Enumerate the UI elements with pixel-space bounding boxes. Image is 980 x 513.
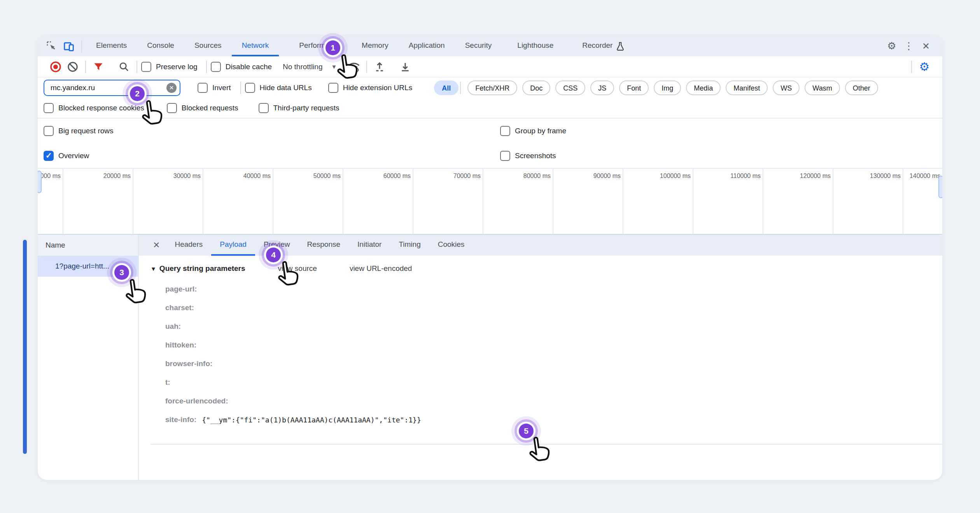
tick-label: 100000 ms bbox=[660, 173, 691, 180]
tab-sources[interactable]: Sources bbox=[184, 36, 232, 56]
screenshots-control[interactable]: Screenshots bbox=[500, 151, 556, 161]
blocked-response-cookies-label: Blocked response cookies bbox=[58, 104, 144, 112]
detail-tab-cookies[interactable]: Cookies bbox=[429, 235, 473, 256]
hand-cursor-icon bbox=[138, 99, 166, 131]
param-row: uah: bbox=[165, 317, 942, 336]
filter-type-css[interactable]: CSS bbox=[555, 80, 585, 95]
disable-cache-control[interactable]: Disable cache bbox=[211, 62, 272, 72]
overview-label: Overview bbox=[58, 152, 89, 160]
blocked-response-cookies-control[interactable]: Blocked response cookies bbox=[44, 103, 144, 113]
group-by-frame-checkbox[interactable] bbox=[500, 126, 510, 136]
filter-type-media[interactable]: Media bbox=[686, 80, 721, 95]
network-settings-gear-icon[interactable]: ⚙ bbox=[917, 60, 931, 74]
filter-type-all[interactable]: All bbox=[434, 80, 458, 95]
invert-checkbox[interactable] bbox=[198, 83, 208, 93]
tab-security[interactable]: Security bbox=[455, 36, 502, 56]
filter-type-doc[interactable]: Doc bbox=[522, 80, 550, 95]
import-har-icon[interactable] bbox=[373, 60, 387, 74]
main-tab-bar: Elements Console Sources Network Perform… bbox=[38, 36, 942, 56]
left-edge-scrollbar[interactable] bbox=[23, 240, 27, 454]
preserve-log-checkbox[interactable] bbox=[141, 62, 151, 72]
filter-type-js[interactable]: JS bbox=[590, 80, 614, 95]
filter-type-other[interactable]: Other bbox=[845, 80, 878, 95]
hide-data-urls-label: Hide data URLs bbox=[260, 84, 312, 92]
blocked-response-cookies-checkbox[interactable] bbox=[44, 103, 54, 113]
clear-icon[interactable] bbox=[66, 60, 80, 74]
inspect-element-icon[interactable] bbox=[45, 39, 59, 53]
detail-tab-payload[interactable]: Payload bbox=[211, 235, 255, 256]
third-party-requests-label: Third-party requests bbox=[273, 104, 340, 112]
filter-type-fetchxhr[interactable]: Fetch/XHR bbox=[467, 80, 517, 95]
hide-data-urls-control[interactable]: Hide data URLs bbox=[245, 83, 312, 93]
tab-console[interactable]: Console bbox=[137, 36, 184, 56]
filter-funnel-icon[interactable] bbox=[91, 60, 105, 74]
invert-label: Invert bbox=[212, 84, 231, 92]
overview-right-handle[interactable] bbox=[938, 176, 942, 198]
detail-tab-headers[interactable]: Headers bbox=[166, 235, 211, 256]
param-key: uah: bbox=[165, 322, 181, 331]
filter-type-img[interactable]: Img bbox=[654, 80, 681, 95]
third-party-requests-checkbox[interactable] bbox=[259, 103, 269, 113]
screenshot-stage: Elements Console Sources Network Perform… bbox=[0, 0, 980, 513]
invert-control[interactable]: Invert bbox=[198, 83, 231, 93]
disable-cache-label: Disable cache bbox=[226, 63, 272, 71]
filter-type-font[interactable]: Font bbox=[619, 80, 649, 95]
blocked-requests-label: Blocked requests bbox=[182, 104, 238, 112]
filter-input-box: ✕ bbox=[44, 80, 180, 96]
throttling-select[interactable]: No throttling ▼ bbox=[272, 63, 337, 71]
tick-label: 40000 ms bbox=[243, 173, 271, 180]
filter-type-ws[interactable]: WS bbox=[773, 80, 800, 95]
filter-type-manifest[interactable]: Manifest bbox=[726, 80, 768, 95]
view-url-encoded-link[interactable]: view URL-encoded bbox=[350, 264, 412, 273]
settings-gear-icon[interactable]: ⚙ bbox=[885, 39, 899, 53]
device-toolbar-icon[interactable] bbox=[62, 39, 76, 53]
tick-label: 70000 ms bbox=[453, 173, 481, 180]
detail-tab-response[interactable]: Response bbox=[299, 235, 349, 256]
disclosure-triangle-icon[interactable]: ▼ bbox=[150, 265, 156, 272]
view-options-row-2: Overview Screenshots bbox=[38, 143, 942, 169]
kebab-menu-icon[interactable]: ⋮ bbox=[902, 39, 916, 53]
network-overview-timeline[interactable]: 10000 ms 20000 ms 30000 ms 40000 ms 5000… bbox=[38, 169, 942, 235]
tab-network[interactable]: Network bbox=[232, 36, 279, 56]
record-icon[interactable] bbox=[49, 60, 63, 74]
throttling-value: No throttling bbox=[283, 63, 322, 71]
tick-label: 20000 ms bbox=[103, 173, 131, 180]
overview-left-handle[interactable] bbox=[38, 171, 42, 193]
view-options-row-1: Big request rows Group by frame bbox=[38, 119, 942, 143]
search-icon[interactable] bbox=[117, 60, 131, 74]
hide-data-urls-checkbox[interactable] bbox=[245, 83, 255, 93]
detail-tab-timing[interactable]: Timing bbox=[390, 235, 429, 256]
filter-input[interactable] bbox=[44, 80, 180, 96]
overview-checkbox[interactable] bbox=[44, 151, 54, 161]
filter-row: ✕ Invert Hide data URLs Hide extension U… bbox=[38, 77, 942, 98]
third-party-requests-control[interactable]: Third-party requests bbox=[259, 103, 340, 113]
big-request-rows-control[interactable]: Big request rows bbox=[44, 126, 114, 136]
tick-label: 110000 ms bbox=[730, 173, 761, 180]
clear-filter-icon[interactable]: ✕ bbox=[166, 83, 177, 93]
preserve-log-control[interactable]: Preserve log bbox=[141, 62, 198, 72]
detail-tab-initiator[interactable]: Initiator bbox=[349, 235, 390, 256]
tab-lighthouse[interactable]: Lighthouse bbox=[507, 36, 564, 56]
name-column-header[interactable]: Name bbox=[38, 235, 138, 256]
disable-cache-checkbox[interactable] bbox=[211, 62, 221, 72]
close-icon[interactable]: ✕ bbox=[919, 39, 933, 53]
tab-application[interactable]: Application bbox=[399, 36, 455, 56]
param-key: force-urlencoded: bbox=[165, 397, 228, 405]
flask-icon bbox=[613, 39, 627, 53]
filter-type-wasm[interactable]: Wasm bbox=[805, 80, 840, 95]
group-by-frame-control[interactable]: Group by frame bbox=[500, 126, 566, 136]
blocked-requests-checkbox[interactable] bbox=[167, 103, 177, 113]
tab-elements[interactable]: Elements bbox=[86, 36, 137, 56]
close-detail-icon[interactable]: ✕ bbox=[147, 240, 166, 250]
overview-control[interactable]: Overview bbox=[44, 151, 89, 161]
tick-label: 30000 ms bbox=[173, 173, 201, 180]
network-toolbar: Preserve log Disable cache No throttling… bbox=[38, 56, 942, 77]
param-key: page-url: bbox=[165, 285, 197, 293]
export-har-icon[interactable] bbox=[398, 60, 412, 74]
tab-recorder[interactable]: Recorder bbox=[572, 36, 616, 56]
screenshots-checkbox[interactable] bbox=[500, 151, 510, 161]
blocked-requests-control[interactable]: Blocked requests bbox=[167, 103, 238, 113]
query-string-header: ▼ Query string parameters view source vi… bbox=[150, 264, 942, 273]
big-request-rows-checkbox[interactable] bbox=[44, 126, 54, 136]
param-row: charset: bbox=[165, 298, 942, 317]
